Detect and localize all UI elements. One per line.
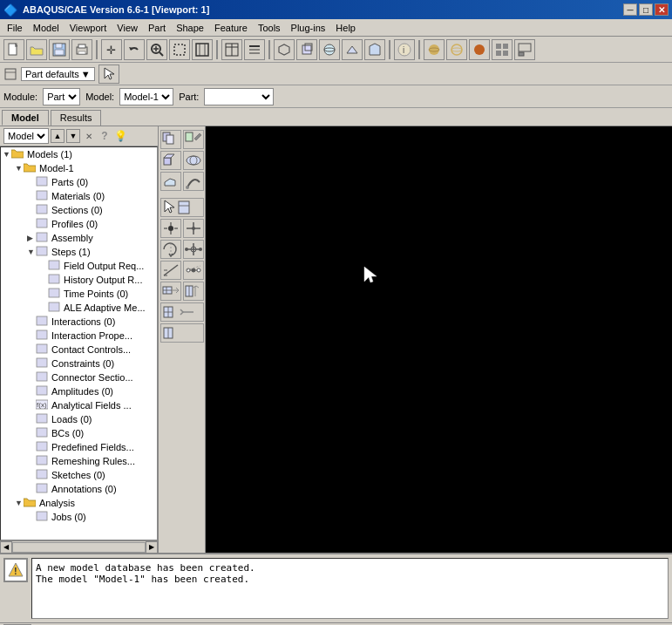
tree-item[interactable]: ▼Model-1 — [1, 161, 157, 175]
tree-item[interactable]: Predefined Fields... — [1, 440, 157, 454]
tree-item[interactable]: Profiles (0) — [1, 217, 157, 231]
tree-item[interactable]: ▼Steps (1) — [1, 245, 157, 259]
rotate-tool[interactable] — [160, 240, 181, 259]
info-button[interactable]: i — [394, 39, 415, 60]
tree-info-icon[interactable]: ? — [98, 129, 112, 143]
svg-point-77 — [168, 226, 173, 231]
model-select[interactable]: Model-1 — [119, 88, 173, 105]
tree-filter-icon[interactable]: ✕ — [82, 129, 96, 143]
cursor-select-button[interactable] — [98, 65, 119, 84]
tree-settings-icon[interactable]: 💡 — [113, 129, 127, 143]
tab-results[interactable]: Results — [51, 110, 102, 126]
tree-item[interactable]: Loads (0) — [1, 412, 157, 426]
tree-item[interactable]: History Output R... — [1, 273, 157, 287]
tree-nav-up[interactable]: ▲ — [51, 129, 64, 143]
tree-item-label: Constraints (0) — [51, 358, 114, 369]
sweep-tool[interactable] — [183, 172, 204, 191]
menu-item-viewport[interactable]: Viewport — [64, 22, 112, 34]
tree-item[interactable]: Parts (0) — [1, 175, 157, 189]
minimize-button[interactable]: ─ — [623, 3, 637, 16]
menu-item-view[interactable]: View — [112, 22, 143, 34]
3d-btn1[interactable] — [274, 39, 295, 60]
menu-item-file[interactable]: File — [2, 22, 28, 34]
scroll-right-button[interactable]: ▶ — [146, 541, 158, 554]
tree-item[interactable]: Interactions (0) — [1, 315, 157, 329]
undo-button[interactable] — [124, 39, 145, 60]
sphere-solid[interactable] — [424, 39, 445, 60]
tree-item[interactable]: Contact Controls... — [1, 343, 157, 357]
title-text: ABAQUS/CAE Version 6.6-1 [Viewport: 1] — [23, 4, 209, 15]
circle-filled[interactable] — [469, 39, 490, 60]
extrude-tool[interactable] — [160, 151, 181, 170]
menu-item-model[interactable]: Model — [28, 22, 64, 34]
tree-item[interactable]: Sketches (0) — [1, 468, 157, 482]
3d-btn3[interactable] — [319, 39, 340, 60]
viewport-btn[interactable] — [514, 39, 535, 60]
menu-item-part[interactable]: Part — [143, 22, 171, 34]
align-btn[interactable] — [244, 39, 265, 60]
transform-tool[interactable] — [183, 240, 204, 259]
split-tool[interactable] — [183, 282, 204, 301]
tree-item[interactable]: Jobs (0) — [1, 510, 157, 524]
point-tool[interactable] — [160, 219, 181, 238]
edit-part-tool[interactable] — [183, 130, 204, 149]
tree-item[interactable]: Sections (0) — [1, 203, 157, 217]
tree-item[interactable]: Time Points (0) — [1, 287, 157, 301]
sphere-wire[interactable] — [446, 39, 467, 60]
view-tool[interactable] — [160, 282, 181, 301]
tree-item[interactable]: ▶Assembly — [1, 231, 157, 245]
tree-item[interactable]: Field Output Req... — [1, 259, 157, 273]
menu-item-help[interactable]: Help — [330, 22, 361, 34]
menu-item-feature[interactable]: Feature — [209, 22, 253, 34]
tree-item[interactable]: Materials (0) — [1, 189, 157, 203]
menu-item-plug-ins[interactable]: Plug-ins — [286, 22, 331, 34]
tree-item[interactable]: ▼Analysis — [1, 496, 157, 510]
tree-item[interactable]: f(x)Analytical Fields ... — [1, 398, 157, 412]
tree-item[interactable]: Annotations (0) — [1, 482, 157, 496]
3d-btn2[interactable] — [296, 39, 317, 60]
ref-tool[interactable] — [160, 323, 204, 343]
tree-nav-down[interactable]: ▼ — [66, 129, 80, 143]
select-tool[interactable] — [160, 198, 204, 217]
tree-item[interactable]: Constraints (0) — [1, 357, 157, 370]
model-tree[interactable]: ▼Models (1)▼Model-1 Parts (0) Materials … — [0, 146, 158, 540]
query-tool[interactable] — [183, 261, 204, 280]
tree-item[interactable]: Connector Sectio... — [1, 370, 157, 384]
scroll-left-button[interactable]: ◀ — [0, 541, 12, 554]
box-select[interactable] — [192, 39, 213, 60]
close-button[interactable]: ✕ — [655, 3, 669, 16]
tree-item[interactable]: BCs (0) — [1, 426, 157, 440]
3d-btn5[interactable] — [364, 39, 385, 60]
menu-item-tools[interactable]: Tools — [253, 22, 286, 34]
part-defaults-dropdown[interactable]: Part defaults ▼ — [21, 67, 95, 81]
tree-item[interactable]: ALE Adaptive Me... — [1, 301, 157, 315]
create-part-tool[interactable] — [160, 130, 181, 149]
module-select[interactable]: Part — [43, 88, 80, 105]
grid-view[interactable] — [492, 39, 512, 60]
select-button[interactable] — [169, 39, 190, 60]
print-button[interactable] — [71, 39, 92, 60]
new-button[interactable] — [3, 39, 24, 60]
measure-tool[interactable] — [160, 261, 181, 280]
model-tree-select[interactable]: Model — [3, 128, 49, 144]
tree-item[interactable]: Interaction Prope... — [1, 329, 157, 343]
table-btn[interactable] — [221, 39, 242, 60]
part-select[interactable] — [204, 88, 274, 105]
toggle-tool[interactable] — [160, 302, 204, 322]
tab-model[interactable]: Model — [2, 110, 49, 126]
loft-tool[interactable] — [160, 172, 181, 191]
3d-btn4[interactable] — [342, 39, 363, 60]
tree-item[interactable]: Amplitudes (0) — [1, 384, 157, 398]
maximize-button[interactable]: □ — [639, 3, 653, 16]
tree-item[interactable]: Remeshing Rules... — [1, 454, 157, 468]
open-button[interactable] — [26, 39, 47, 60]
zoom-button[interactable] — [146, 39, 167, 60]
revolve-tool[interactable] — [183, 151, 204, 170]
menu-item-shape[interactable]: Shape — [171, 22, 209, 34]
datum-tool[interactable] — [183, 219, 204, 238]
save-button[interactable] — [49, 39, 70, 60]
tree-item-label: Contact Controls... — [51, 344, 131, 355]
svg-rect-46 — [37, 247, 47, 255]
move-button[interactable]: ✛ — [101, 39, 122, 60]
tree-item[interactable]: ▼Models (1) — [1, 147, 157, 161]
